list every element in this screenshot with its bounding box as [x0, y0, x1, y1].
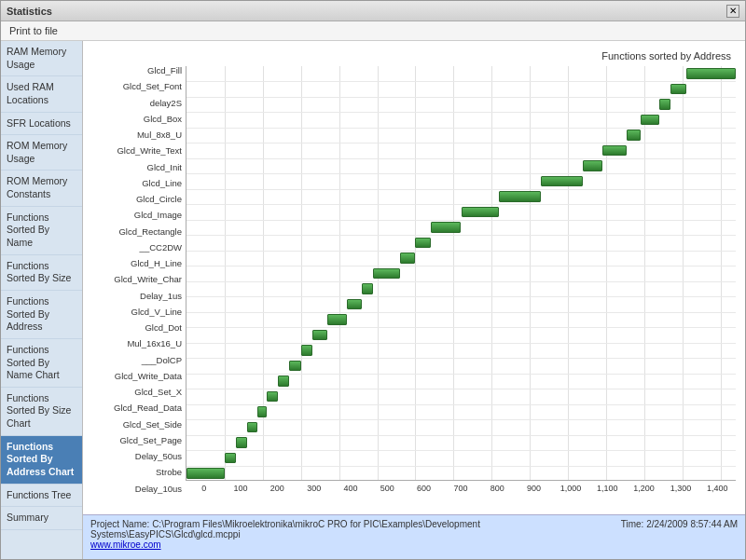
status-info: Project Name: C:\Program Files\Mikroelek… — [90, 519, 621, 550]
x-axis-label: 800 — [479, 484, 516, 493]
chart-bar — [583, 160, 601, 171]
sidebar-item-ram-memory-usage[interactable]: RAM Memory Usage — [1, 41, 82, 76]
grid-line-horizontal — [186, 435, 736, 436]
sidebar-item-functions-sorted-by-size-chart[interactable]: Functions Sorted By Size Chart — [1, 388, 82, 436]
x-axis: 01002003004005006007008009001,0001,1001,… — [186, 484, 736, 493]
sidebar-item-rom-memory-constants[interactable]: ROM Memory Constants — [1, 171, 82, 206]
y-label: Delay_50us — [92, 452, 182, 461]
project-path: C:\Program Files\Mikroelektronika\mikroC… — [90, 519, 480, 540]
grid-line-horizontal — [186, 312, 736, 313]
chart-bar — [236, 437, 247, 448]
grid-line-horizontal — [186, 266, 736, 266]
sidebar-item-used-ram-locations[interactable]: Used RAM Locations — [1, 76, 82, 112]
sidebar-item-functions-sorted-by-address-chart[interactable]: Functions Sorted By Address Chart — [1, 436, 82, 485]
main-window: Statistics ✕ Print to file RAM Memory Us… — [0, 0, 746, 560]
y-label: delay2S — [92, 99, 182, 108]
chart-bar — [186, 468, 225, 479]
y-label: Glcd_Read_Data — [92, 403, 182, 413]
sidebar-item-functions-tree[interactable]: Functions Tree — [1, 485, 82, 508]
x-axis-label: 100 — [222, 484, 258, 493]
sidebar-item-functions-sorted-by-address[interactable]: Functions Sorted By Address — [1, 291, 82, 339]
chart-bar — [400, 253, 415, 264]
grid-line-horizontal — [186, 251, 736, 252]
grid-line-horizontal — [186, 450, 736, 451]
x-axis-label: 400 — [332, 484, 368, 493]
chart-bar — [670, 84, 685, 95]
sidebar: RAM Memory UsageUsed RAM LocationsSFR Lo… — [1, 41, 83, 559]
y-label: Glcd_Line — [92, 179, 182, 188]
grid-line-horizontal — [186, 204, 736, 205]
chart-bar — [602, 145, 628, 157]
chart-bar — [641, 115, 659, 126]
x-axis-label: 1,000 — [552, 484, 588, 493]
y-label: Delay_10us — [92, 485, 182, 494]
y-label: Mul_8x8_U — [92, 130, 182, 140]
website-link[interactable]: www.mikroe.com — [90, 540, 161, 550]
sidebar-item-summary[interactable]: Summary — [1, 507, 82, 530]
close-button[interactable]: ✕ — [726, 5, 739, 18]
y-label: Glcd_Write_Char — [92, 275, 182, 284]
chart-bar — [362, 283, 373, 294]
chart-bar — [257, 406, 267, 417]
y-axis-labels: Glcd_FillGlcd_Set_Fontdelay2SGlcd_BoxMul… — [92, 66, 186, 493]
grid-line-horizontal — [186, 189, 736, 190]
y-label: Glcd_Set_Page — [92, 436, 182, 445]
x-axis-label: 500 — [369, 484, 406, 493]
x-axis-label: 1,400 — [699, 484, 736, 493]
y-label: Glcd_Write_Data — [92, 372, 182, 381]
sidebar-item-functions-sorted-by-name[interactable]: Functions Sorted By Name — [1, 207, 82, 255]
y-label: Glcd_Fill — [92, 66, 182, 75]
chart-bar — [347, 299, 362, 310]
grid-line-horizontal — [186, 143, 736, 143]
y-label: ___DolCP — [92, 356, 182, 365]
x-axis-label: 900 — [516, 484, 552, 493]
grid-line-horizontal — [186, 220, 736, 221]
grid-line-horizontal — [186, 97, 736, 98]
x-axis-label: 600 — [406, 484, 442, 493]
chart-bar — [627, 130, 640, 141]
grid-line-horizontal — [186, 112, 736, 113]
sidebar-item-rom-memory-usage[interactable]: ROM Memory Usage — [1, 135, 82, 171]
grid-line-horizontal — [186, 327, 736, 328]
sidebar-item-functions-sorted-by-name-chart[interactable]: Functions Sorted By Name Chart — [1, 339, 82, 388]
time-label: Time: — [621, 519, 644, 529]
chart-bar — [327, 314, 346, 325]
chart-bar — [289, 361, 300, 372]
chart-bar — [373, 268, 400, 280]
x-axis-label: 1,100 — [589, 484, 626, 493]
grid-line-horizontal — [186, 358, 736, 359]
chart-bar — [462, 207, 500, 218]
chart-bar — [415, 238, 430, 249]
grid-line-horizontal — [186, 389, 736, 389]
y-label: Glcd_Set_Font — [92, 82, 182, 91]
chart-bar — [541, 176, 583, 187]
sidebar-item-functions-sorted-by-size[interactable]: Functions Sorted By Size — [1, 255, 82, 291]
chart-bar — [499, 191, 541, 202]
y-label: Glcd_Box — [92, 115, 182, 124]
print-button[interactable]: Print to file — [7, 24, 61, 37]
grid-line-horizontal — [186, 296, 736, 297]
chart-bar — [225, 453, 236, 464]
grid-line-horizontal — [186, 158, 736, 159]
toolbar: Print to file — [1, 21, 745, 41]
chart-plot — [186, 66, 736, 481]
y-label: __CC2DW — [92, 243, 182, 253]
window-title: Statistics — [7, 6, 52, 17]
main-area: Functions sorted by Address Glcd_FillGlc… — [83, 41, 745, 559]
chart-bar — [686, 68, 736, 79]
grid-line-horizontal — [186, 128, 736, 129]
project-label: Project Name: — [90, 519, 149, 529]
y-label: Glcd_Set_X — [92, 388, 182, 397]
sidebar-item-sfr-locations[interactable]: SFR Locations — [1, 113, 82, 136]
grid-line-horizontal — [186, 173, 736, 174]
y-label: Glcd_H_Line — [92, 259, 182, 268]
y-label: Glcd_Rectangle — [92, 227, 182, 237]
x-axis-label: 700 — [442, 484, 478, 493]
time-value: 2/24/2009 8:57:44 AM — [646, 519, 738, 529]
grid-line-horizontal — [186, 419, 736, 420]
chart-bar — [659, 99, 670, 110]
grid-line-horizontal — [186, 81, 736, 82]
grid-line-horizontal — [186, 281, 736, 282]
status-bar: Project Name: C:\Program Files\Mikroelek… — [83, 514, 745, 559]
y-label: Glcd_V_Line — [92, 307, 182, 317]
